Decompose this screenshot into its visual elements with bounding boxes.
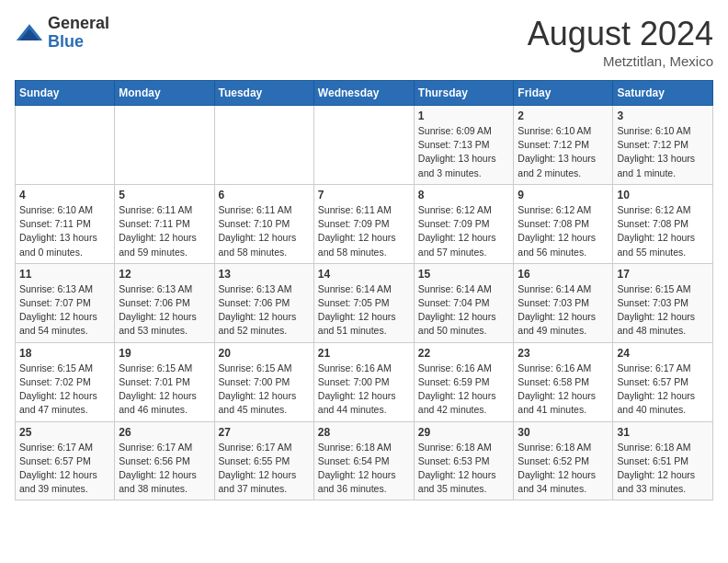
weekday-header-wednesday: Wednesday — [313, 81, 414, 106]
day-info: Sunrise: 6:13 AM Sunset: 7:07 PM Dayligh… — [19, 282, 110, 339]
day-info: Sunrise: 6:16 AM Sunset: 6:59 PM Dayligh… — [418, 362, 510, 418]
day-number: 20 — [219, 347, 310, 360]
day-number: 11 — [19, 268, 110, 281]
day-number: 4 — [19, 189, 110, 201]
day-cell — [313, 106, 414, 185]
day-cell: 3Sunrise: 6:10 AM Sunset: 7:12 PM Daylig… — [613, 106, 713, 185]
day-cell: 17Sunrise: 6:15 AM Sunset: 7:03 PM Dayli… — [613, 263, 713, 342]
day-cell: 15Sunrise: 6:14 AM Sunset: 7:04 PM Dayli… — [414, 263, 514, 342]
month-title: August 2024 — [528, 15, 713, 53]
day-info: Sunrise: 6:18 AM Sunset: 6:51 PM Dayligh… — [617, 441, 709, 497]
day-cell: 9Sunrise: 6:12 AM Sunset: 7:08 PM Daylig… — [514, 184, 613, 263]
day-number: 7 — [318, 189, 410, 201]
day-cell: 10Sunrise: 6:12 AM Sunset: 7:08 PM Dayli… — [613, 184, 713, 263]
day-cell: 19Sunrise: 6:15 AM Sunset: 7:01 PM Dayli… — [115, 342, 214, 421]
weekday-header-monday: Monday — [115, 81, 214, 106]
day-number: 25 — [19, 426, 110, 439]
day-cell: 6Sunrise: 6:11 AM Sunset: 7:10 PM Daylig… — [214, 184, 313, 263]
day-cell: 2Sunrise: 6:10 AM Sunset: 7:12 PM Daylig… — [514, 106, 613, 185]
day-info: Sunrise: 6:13 AM Sunset: 7:06 PM Dayligh… — [219, 282, 310, 339]
day-number: 15 — [418, 268, 510, 281]
day-number: 14 — [318, 268, 410, 281]
day-cell: 24Sunrise: 6:17 AM Sunset: 6:57 PM Dayli… — [613, 342, 713, 421]
day-info: Sunrise: 6:09 AM Sunset: 7:13 PM Dayligh… — [418, 124, 510, 180]
day-cell: 4Sunrise: 6:10 AM Sunset: 7:11 PM Daylig… — [16, 184, 115, 263]
logo-text: General Blue — [48, 15, 109, 52]
day-number: 1 — [418, 109, 510, 122]
day-info: Sunrise: 6:15 AM Sunset: 7:02 PM Dayligh… — [19, 362, 110, 418]
day-info: Sunrise: 6:14 AM Sunset: 7:04 PM Dayligh… — [418, 282, 510, 339]
logo: General Blue — [15, 15, 109, 52]
weekday-header-thursday: Thursday — [414, 81, 514, 106]
day-cell: 29Sunrise: 6:18 AM Sunset: 6:53 PM Dayli… — [414, 421, 514, 500]
day-cell: 12Sunrise: 6:13 AM Sunset: 7:06 PM Dayli… — [115, 263, 214, 342]
weekday-header-row: SundayMondayTuesdayWednesdayThursdayFrid… — [16, 81, 713, 106]
day-info: Sunrise: 6:18 AM Sunset: 6:54 PM Dayligh… — [318, 441, 410, 497]
week-row-3: 11Sunrise: 6:13 AM Sunset: 7:07 PM Dayli… — [16, 263, 713, 342]
day-info: Sunrise: 6:12 AM Sunset: 7:08 PM Dayligh… — [518, 203, 609, 259]
weekday-header-sunday: Sunday — [16, 81, 115, 106]
week-row-5: 25Sunrise: 6:17 AM Sunset: 6:57 PM Dayli… — [16, 421, 713, 500]
day-cell: 20Sunrise: 6:15 AM Sunset: 7:00 PM Dayli… — [214, 342, 313, 421]
day-info: Sunrise: 6:14 AM Sunset: 7:03 PM Dayligh… — [518, 282, 609, 339]
logo-icon — [15, 20, 44, 46]
day-cell: 13Sunrise: 6:13 AM Sunset: 7:06 PM Dayli… — [214, 263, 313, 342]
day-info: Sunrise: 6:17 AM Sunset: 6:57 PM Dayligh… — [617, 362, 709, 418]
day-cell: 14Sunrise: 6:14 AM Sunset: 7:05 PM Dayli… — [313, 263, 414, 342]
day-number: 8 — [418, 189, 510, 201]
logo-blue: Blue — [48, 33, 109, 52]
day-info: Sunrise: 6:15 AM Sunset: 7:01 PM Dayligh… — [119, 362, 210, 418]
day-cell — [214, 106, 313, 185]
day-number: 9 — [518, 189, 609, 201]
weekday-header-tuesday: Tuesday — [214, 81, 313, 106]
day-info: Sunrise: 6:10 AM Sunset: 7:12 PM Dayligh… — [518, 124, 609, 180]
day-info: Sunrise: 6:16 AM Sunset: 7:00 PM Dayligh… — [318, 362, 410, 418]
day-cell: 23Sunrise: 6:16 AM Sunset: 6:58 PM Dayli… — [514, 342, 613, 421]
day-number: 3 — [617, 109, 709, 122]
day-cell: 31Sunrise: 6:18 AM Sunset: 6:51 PM Dayli… — [613, 421, 713, 500]
day-number: 27 — [219, 426, 310, 439]
day-number: 22 — [418, 347, 510, 360]
day-info: Sunrise: 6:11 AM Sunset: 7:11 PM Dayligh… — [119, 203, 210, 259]
day-number: 5 — [119, 189, 210, 201]
day-number: 10 — [617, 189, 709, 201]
logo-general: General — [48, 15, 109, 33]
day-cell: 21Sunrise: 6:16 AM Sunset: 7:00 PM Dayli… — [313, 342, 414, 421]
day-info: Sunrise: 6:11 AM Sunset: 7:10 PM Dayligh… — [219, 203, 310, 259]
day-info: Sunrise: 6:12 AM Sunset: 7:08 PM Dayligh… — [617, 203, 709, 259]
day-info: Sunrise: 6:15 AM Sunset: 7:03 PM Dayligh… — [617, 282, 709, 339]
day-number: 19 — [119, 347, 210, 360]
day-info: Sunrise: 6:12 AM Sunset: 7:09 PM Dayligh… — [418, 203, 510, 259]
day-cell: 11Sunrise: 6:13 AM Sunset: 7:07 PM Dayli… — [16, 263, 115, 342]
day-number: 21 — [318, 347, 410, 360]
day-cell: 25Sunrise: 6:17 AM Sunset: 6:57 PM Dayli… — [16, 421, 115, 500]
day-cell — [16, 106, 115, 185]
page-header: General Blue August 2024 Metztitlan, Mex… — [15, 15, 713, 69]
day-info: Sunrise: 6:10 AM Sunset: 7:11 PM Dayligh… — [19, 203, 110, 259]
week-row-1: 1Sunrise: 6:09 AM Sunset: 7:13 PM Daylig… — [16, 106, 713, 185]
day-number: 29 — [418, 426, 510, 439]
day-info: Sunrise: 6:17 AM Sunset: 6:56 PM Dayligh… — [119, 441, 210, 497]
day-number: 13 — [219, 268, 310, 281]
week-row-2: 4Sunrise: 6:10 AM Sunset: 7:11 PM Daylig… — [16, 184, 713, 263]
day-number: 28 — [318, 426, 410, 439]
day-info: Sunrise: 6:18 AM Sunset: 6:53 PM Dayligh… — [418, 441, 510, 497]
day-cell: 30Sunrise: 6:18 AM Sunset: 6:52 PM Dayli… — [514, 421, 613, 500]
day-info: Sunrise: 6:16 AM Sunset: 6:58 PM Dayligh… — [518, 362, 609, 418]
day-info: Sunrise: 6:13 AM Sunset: 7:06 PM Dayligh… — [119, 282, 210, 339]
calendar-table: SundayMondayTuesdayWednesdayThursdayFrid… — [15, 80, 713, 500]
day-info: Sunrise: 6:15 AM Sunset: 7:00 PM Dayligh… — [219, 362, 310, 418]
day-number: 26 — [119, 426, 210, 439]
title-block: August 2024 Metztitlan, Mexico — [528, 15, 713, 69]
day-number: 24 — [617, 347, 709, 360]
weekday-header-friday: Friday — [514, 81, 613, 106]
day-info: Sunrise: 6:11 AM Sunset: 7:09 PM Dayligh… — [318, 203, 410, 259]
day-cell: 28Sunrise: 6:18 AM Sunset: 6:54 PM Dayli… — [313, 421, 414, 500]
day-cell: 8Sunrise: 6:12 AM Sunset: 7:09 PM Daylig… — [414, 184, 514, 263]
week-row-4: 18Sunrise: 6:15 AM Sunset: 7:02 PM Dayli… — [16, 342, 713, 421]
day-number: 17 — [617, 268, 709, 281]
day-number: 6 — [219, 189, 310, 201]
day-info: Sunrise: 6:18 AM Sunset: 6:52 PM Dayligh… — [518, 441, 609, 497]
day-number: 30 — [518, 426, 609, 439]
day-number: 16 — [518, 268, 609, 281]
